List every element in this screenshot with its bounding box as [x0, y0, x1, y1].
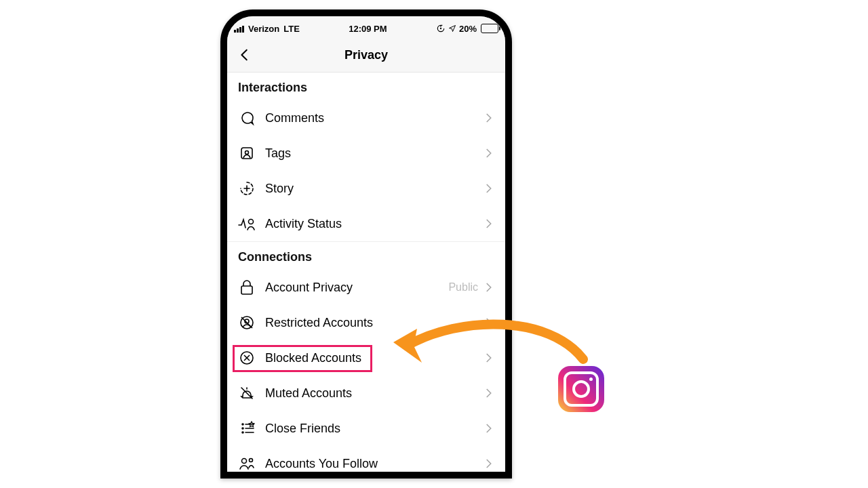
row-label: Story [265, 182, 482, 196]
row-label: Accounts You Follow [265, 457, 482, 471]
status-bar: Verizon LTE 12:09 PM 20% [227, 16, 505, 38]
svg-point-0 [440, 28, 441, 29]
row-close-friends[interactable]: Close Friends [227, 411, 505, 446]
row-muted-accounts[interactable]: Muted Accounts [227, 375, 505, 411]
svg-point-18 [242, 459, 247, 464]
chevron-right-icon [482, 422, 494, 434]
row-account-privacy[interactable]: Account Privacy Public [227, 270, 505, 305]
settings-list: Interactions Comments Tags [227, 73, 505, 479]
row-label: Close Friends [265, 422, 482, 436]
chevron-right-icon [482, 352, 494, 364]
svg-rect-1 [241, 148, 252, 159]
location-icon [448, 24, 456, 33]
svg-rect-4 [241, 286, 252, 294]
blocked-icon [238, 349, 256, 367]
section-header-connections: Connections [227, 242, 505, 270]
comment-icon [238, 109, 256, 127]
row-activity-status[interactable]: Activity Status [227, 206, 505, 241]
chevron-right-icon [482, 147, 494, 159]
rotation-lock-icon [436, 24, 446, 33]
svg-point-14 [242, 432, 243, 433]
chevron-right-icon [482, 458, 494, 470]
chevron-right-icon [482, 112, 494, 124]
page-title: Privacy [344, 48, 388, 62]
row-value: Public [448, 281, 478, 293]
story-icon [238, 180, 256, 197]
row-tags[interactable]: Tags [227, 136, 505, 171]
row-label: Tags [265, 146, 482, 161]
row-blocked-accounts[interactable]: Blocked Accounts [227, 340, 505, 375]
chevron-right-icon [482, 387, 494, 399]
activity-icon [238, 215, 256, 232]
svg-point-19 [250, 459, 253, 462]
row-label: Comments [265, 111, 482, 125]
tag-icon [238, 144, 256, 162]
battery-icon [481, 24, 498, 33]
carrier-label: Verizon [248, 24, 279, 34]
row-comments[interactable]: Comments [227, 100, 505, 136]
section-header-interactions: Interactions [227, 73, 505, 100]
chevron-right-icon [482, 281, 494, 293]
battery-percent: 20% [459, 24, 477, 34]
restricted-icon [238, 314, 256, 331]
follow-icon [238, 455, 256, 472]
phone-frame: Verizon LTE 12:09 PM 20% Privacy Interac… [220, 9, 512, 479]
row-story[interactable]: Story [227, 171, 505, 206]
row-label: Restricted Accounts [265, 316, 482, 330]
time-label: 12:09 PM [349, 24, 387, 34]
svg-point-2 [245, 151, 249, 155]
chevron-right-icon [482, 317, 494, 329]
row-label: Account Privacy [265, 281, 448, 295]
close-friends-icon [238, 420, 256, 437]
page-header: Privacy [227, 38, 505, 73]
muted-icon [238, 384, 256, 402]
row-accounts-you-follow[interactable]: Accounts You Follow [227, 446, 505, 479]
row-restricted-accounts[interactable]: Restricted Accounts [227, 305, 505, 340]
signal-icon [234, 24, 244, 33]
svg-point-3 [249, 220, 254, 224]
svg-point-12 [242, 424, 243, 425]
row-label: Activity Status [265, 217, 482, 231]
chevron-right-icon [482, 218, 494, 230]
chevron-right-icon [482, 182, 494, 195]
chevron-left-icon [237, 47, 252, 62]
network-label: LTE [283, 24, 300, 34]
row-label: Muted Accounts [265, 386, 482, 401]
row-label: Blocked Accounts [265, 351, 482, 365]
instagram-icon [558, 366, 604, 412]
back-button[interactable] [235, 45, 254, 64]
lock-icon [238, 279, 256, 296]
svg-point-13 [242, 428, 243, 429]
